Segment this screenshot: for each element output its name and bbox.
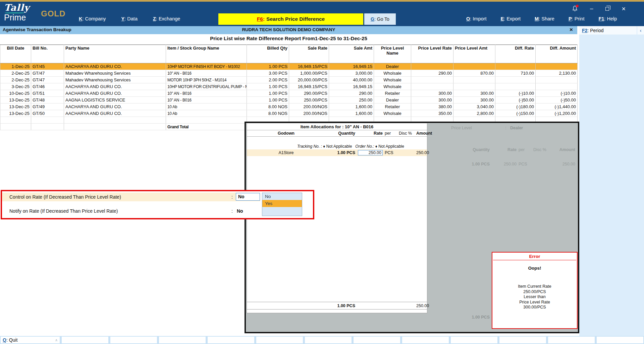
colon: :	[231, 193, 233, 201]
search-price-difference-button[interactable]: F6: Search Price Difference	[218, 13, 363, 25]
menu-exchange[interactable]: Z: Exchange	[153, 16, 180, 21]
menu-data[interactable]: Y: Data	[121, 16, 138, 21]
table-cell: 16,949.15	[329, 63, 374, 70]
empty-toolbar-slot	[208, 337, 254, 343]
tracking-label: Tracking No. :	[297, 144, 322, 149]
table-row[interactable]: 1-Dec-25GT/45AACHARYA AND GURU CO.10HP M…	[0, 63, 578, 70]
table-cell: 1,600.00	[329, 104, 374, 110]
table-row[interactable]: 2-Dec-25GT/47Mahadev Wharehousing Servic…	[0, 70, 578, 77]
ghost-total-quantity: 1.00 PCS	[427, 315, 490, 320]
allocation-dialog-title: Item Allocations for : 10" AN - B016	[247, 123, 427, 130]
table-cell: 1.00 PCS	[247, 90, 289, 97]
table-cell	[495, 77, 536, 83]
table-cell: AACHARYA AND GURU CO.	[64, 63, 166, 70]
table-cell: 1-Dec-25	[0, 63, 31, 70]
restore-button[interactable]	[605, 7, 609, 11]
dropdown-option-no[interactable]: No	[262, 193, 302, 200]
table-cell: Retailer	[374, 104, 411, 110]
f6-key: F6	[257, 16, 263, 22]
top-menus-left: K: CompanyY: DataZ: Exchange	[79, 16, 180, 21]
table-cell	[0, 124, 31, 130]
table-cell: 250.00	[329, 97, 374, 104]
allocation-column-headers: GodownQuantityRateperDisc %Amount	[247, 130, 427, 137]
table-cell	[536, 83, 578, 90]
top-menus-right: O: ImportE: ExportM: ShareP: PrintF1: He…	[466, 16, 617, 21]
table-row[interactable]: 2-Dec-25GT/47Mahadev Wharehousing Servic…	[0, 77, 578, 83]
table-row[interactable]: 10-Dec-25GT/51AACHARYA AND GURU CO.10" A…	[0, 90, 578, 97]
table-cell: 200.00/NOS	[289, 104, 329, 110]
column-header: Sale Amt	[329, 45, 374, 63]
menu-label: : Company	[82, 16, 106, 21]
table-cell	[536, 77, 578, 83]
table-cell: 870.00	[453, 70, 495, 77]
diamond-bullet-icon: ♦	[323, 144, 325, 149]
table-cell	[411, 83, 453, 90]
restore-icon	[605, 7, 609, 11]
table-cell: (-)150.00	[495, 110, 536, 117]
ghost-column-header: Amount	[552, 147, 575, 152]
table-cell: 290.00	[411, 70, 453, 77]
table-cell: 13-Dec-25	[0, 104, 31, 110]
menu-company[interactable]: K: Company	[79, 16, 106, 21]
table-cell: 10" AN - B016	[166, 70, 247, 77]
close-button[interactable]: ×	[622, 5, 626, 12]
table-cell	[64, 124, 166, 130]
menu-label: : Share	[539, 16, 554, 21]
expand-caret-icon[interactable]: ∧	[55, 338, 58, 342]
ghost-column-header: Disc %	[531, 147, 552, 152]
error-popup-title: Error	[493, 253, 576, 260]
panel-collapse-chevron-icon[interactable]: ‹	[637, 26, 644, 35]
godown-value: A1Store	[249, 150, 323, 155]
period-button[interactable]: F2: Period	[579, 26, 637, 35]
table-cell	[453, 63, 495, 70]
dropdown-option-yes[interactable]: Yes	[262, 200, 302, 207]
empty-toolbar-slot	[159, 337, 206, 343]
ghost-column-headers: QuantityRateperDisc %Amount	[427, 147, 575, 152]
g-key: G	[371, 16, 374, 22]
rate-input[interactable]: 250.00	[358, 150, 383, 155]
tally-prime-logo: Tally Prime	[4, 2, 30, 22]
menu-import[interactable]: O: Import	[466, 16, 486, 21]
menu-export[interactable]: E: Export	[500, 16, 521, 21]
minimize-button[interactable]: –	[590, 5, 593, 12]
screen-close-icon[interactable]: ×	[570, 26, 573, 33]
shortcut-key: Y	[121, 16, 125, 21]
bottom-button-bar: Q: Quit ∧	[0, 336, 644, 344]
table-cell: 20,000.00/PCS	[289, 77, 329, 83]
empty-cell	[0, 117, 31, 124]
table-cell: 300.00	[411, 90, 453, 97]
table-cell	[453, 83, 495, 90]
empty-toolbar-slot	[110, 337, 157, 343]
control-on-rate-field[interactable]: No	[236, 193, 260, 201]
table-cell: (-)10.00	[495, 90, 536, 97]
table-cell: 300.00	[453, 90, 495, 97]
table-cell: 16,949.15/PCS	[289, 83, 329, 90]
table-cell: 1.00 PCS	[247, 83, 289, 90]
table-cell: GT/47	[31, 70, 64, 77]
grand-total-label: Grand Total	[166, 124, 247, 130]
table-cell: GT/48	[31, 97, 64, 104]
table-cell: 10" AN - B016	[166, 97, 247, 104]
shortcut-key: F1	[598, 16, 604, 21]
table-row[interactable]: 13-Dec-25GT/48AAGNA LOGISTICS SERVICE10"…	[0, 97, 578, 104]
notify-on-rate-value[interactable]: No	[237, 207, 243, 215]
table-row[interactable]: 3-Dec-25GT/46AACHARYA AND GURU CO.10HP M…	[0, 83, 578, 90]
table-row[interactable]: 13-Dec-25GT/49AACHARYA AND GURU CO.10 Ab…	[0, 104, 578, 110]
menu-help[interactable]: F1: Help	[598, 16, 617, 21]
goto-button[interactable]: G: Go To	[364, 13, 396, 25]
table-cell: 290.00	[329, 90, 374, 97]
notification-bell-icon[interactable]	[572, 5, 578, 12]
allocation-row[interactable]: A1Store 1.00 PCS 250.00 PCS 250.00	[247, 149, 427, 156]
total-quantity: 1.00 PCS	[323, 303, 355, 308]
table-cell: 1.00 PCS	[247, 97, 289, 104]
f2-key: F2	[582, 28, 587, 33]
yes-no-dropdown[interactable]: NoYes	[262, 193, 302, 216]
quit-button[interactable]: Q: Quit ∧	[1, 337, 60, 343]
menu-share[interactable]: M: Share	[535, 16, 554, 21]
table-cell: Mahadev Wharehousing Services	[64, 77, 166, 83]
table-cell: Wholsale	[374, 110, 411, 117]
table-cell: 8.00 NOS	[247, 104, 289, 110]
menu-print[interactable]: P: Print	[569, 16, 585, 21]
goto-label: Go To	[377, 16, 389, 22]
table-row[interactable]: 13-Dec-25GT/50AACHARYA AND GURU CO.10 Ab…	[0, 110, 578, 117]
